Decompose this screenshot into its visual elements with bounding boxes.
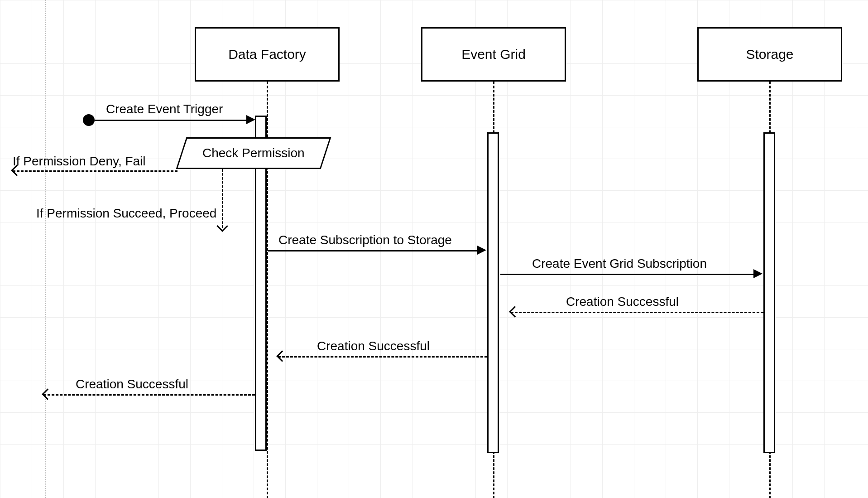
msg-create-eg-subscription: Create Event Grid Subscription [532,256,707,271]
participant-label: Data Factory [228,47,306,62]
v-line-permission-succeed [222,169,223,228]
arrow-permission-deny [13,170,177,172]
arrowhead [509,306,520,317]
arrow-creation-successful-3 [43,394,255,396]
msg-permission-deny: If Permission Deny, Fail [13,154,146,169]
msg-creation-successful-3: Creation Successful [76,377,188,392]
arrow-create-eg-subscription [500,274,755,275]
msg-creation-successful-2: Creation Successful [317,339,430,353]
arrowhead [276,350,288,362]
participant-label: Storage [746,47,793,62]
sequence-diagram: Data Factory Event Grid Storage Create E… [0,0,868,498]
arrowhead [477,246,486,255]
activation-event-grid [487,132,499,453]
start-node [83,114,95,126]
arrow-create-subscription [268,250,479,251]
check-permission-node: Check Permission [176,137,331,169]
arrow-creation-successful-1 [511,312,763,313]
msg-create-event-trigger: Create Event Trigger [106,102,223,116]
activation-storage [763,132,775,453]
msg-creation-successful-1: Creation Successful [566,295,679,309]
arrow-create-event-trigger [95,120,251,121]
arrowhead [246,115,255,124]
msg-create-subscription: Create Subscription to Storage [278,233,452,247]
arrowhead [216,220,228,232]
participant-data-factory: Data Factory [195,27,340,82]
participant-label: Event Grid [461,47,526,62]
participant-event-grid: Event Grid [421,27,566,82]
arrowhead [753,269,762,278]
check-permission-label: Check Permission [202,146,305,160]
msg-permission-succeed: If Permission Succeed, Proceed [36,206,216,221]
arrowhead [42,388,53,400]
arrow-creation-successful-2 [278,356,487,358]
participant-storage: Storage [697,27,842,82]
